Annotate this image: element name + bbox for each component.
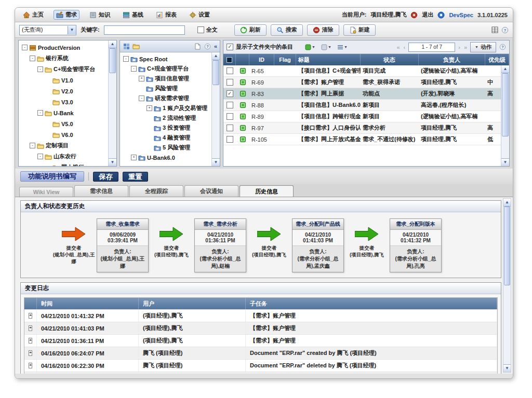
log-row[interactable]: +04/21/2010 01:36:11 PM(项目经理),腾飞【需求】账户管理: [24, 334, 497, 347]
tab-meeting[interactable]: 会议通知: [184, 185, 238, 197]
scrollbar-thumb[interactable]: [212, 60, 219, 85]
column-header[interactable]: Flag: [274, 54, 296, 65]
row-checkbox[interactable]: [227, 79, 233, 86]
menu-item-report[interactable]: 报表: [153, 10, 179, 20]
expand-row-icon[interactable]: +: [29, 363, 32, 368]
log-row[interactable]: +04/16/2010 06:22:30 PM腾飞 (项目经理)Document…: [24, 359, 497, 372]
tree-item[interactable]: +U-Bank6.0: [121, 153, 219, 162]
grid-scrollbar[interactable]: ▲ ▼: [501, 65, 509, 166]
tree-item[interactable]: -山东农行: [20, 151, 115, 162]
expand-row-icon[interactable]: +: [29, 313, 32, 319]
column-header[interactable]: 负责人: [419, 54, 485, 65]
grid-small-icon[interactable]: [491, 26, 498, 34]
scroll-down-icon[interactable]: ▼: [212, 158, 220, 166]
tree-item[interactable]: V2.0: [20, 86, 115, 97]
collapse-node-icon[interactable]: -: [123, 56, 129, 62]
tab-history[interactable]: 历史信息: [240, 185, 294, 197]
tree-item[interactable]: -银行系统: [20, 53, 115, 64]
log-row[interactable]: +04/21/2010 01:41:32 PM(项目经理),腾飞【需求】账户管理: [24, 309, 497, 322]
expand-row-icon[interactable]: +: [29, 350, 32, 356]
row-checkbox[interactable]: ✓: [227, 90, 233, 97]
log-row[interactable]: +04/21/2010 01:41:03 PM(项目经理),腾飞【需求】账户管理: [24, 322, 497, 334]
collapse-node-icon[interactable]: -: [30, 143, 35, 148]
table-row[interactable]: R-97【接口需求】人口身份认证管理系统需求分析项目经理,腾飞高: [223, 122, 509, 134]
prev-page-icon[interactable]: ‹: [403, 44, 406, 50]
menu-item-requirements[interactable]: 需求: [54, 10, 79, 20]
scrollbar-thumb[interactable]: [504, 207, 510, 285]
tree-item[interactable]: 5 风险管理: [121, 143, 219, 153]
spec-writing-button[interactable]: 功能说明书编写: [20, 171, 84, 182]
list-view-button[interactable]: ▼: [336, 43, 349, 51]
row-checkbox[interactable]: [227, 113, 233, 120]
tree-item[interactable]: -定制项目: [20, 140, 115, 151]
tree-item[interactable]: V5.0: [20, 118, 115, 129]
save-button[interactable]: 保存: [93, 172, 118, 182]
refresh-button[interactable]: 刷新: [234, 24, 267, 36]
filter-green-button[interactable]: ▼: [303, 43, 317, 51]
collapse-node-icon[interactable]: -: [37, 154, 43, 159]
expand-node-icon[interactable]: +: [147, 105, 152, 111]
tiles-icon[interactable]: [123, 43, 130, 50]
new-button[interactable]: 新建: [343, 24, 376, 36]
actions-button[interactable]: ▼动作: [470, 42, 496, 52]
row-checkbox[interactable]: [227, 67, 233, 74]
column-header[interactable]: ID: [249, 54, 274, 65]
collapse-panel-icon[interactable]: «: [214, 43, 217, 49]
table-row[interactable]: R-69【需求】账户管理需求_获得承诺项目经理,腾飞中: [223, 77, 509, 88]
log-column-header[interactable]: 用户: [139, 298, 246, 309]
chevron-down-icon[interactable]: ▼: [68, 26, 76, 34]
scroll-up-icon[interactable]: ▲: [501, 65, 509, 73]
scroll-down-icon[interactable]: ▼: [109, 158, 116, 166]
reset-button[interactable]: 重置: [123, 172, 148, 182]
tree-item[interactable]: -ProductVersion: [20, 42, 115, 53]
menu-item-knowledge[interactable]: 知识: [87, 10, 113, 20]
clear-button[interactable]: 清除: [307, 24, 339, 36]
scroll-down-icon[interactable]: ▼: [503, 364, 511, 372]
log-column-header[interactable]: 时间: [37, 298, 139, 309]
tree-item[interactable]: 3 投资管理: [121, 123, 219, 133]
log-row[interactable]: +04/16/2010 06:22:21 PM腾飞 (项目经理)Document…: [24, 372, 497, 374]
table-row[interactable]: R-105【需求】网上开放式基金需求_不通过(待修改)项目经理,腾飞低: [223, 134, 509, 145]
tree-item[interactable]: V6.0: [20, 129, 115, 140]
tree-item[interactable]: V3.0: [20, 97, 115, 107]
scroll-up-icon[interactable]: ▲: [212, 52, 220, 60]
left-panel-scrollbar[interactable]: ▲ ▼: [108, 40, 116, 166]
header-select-all[interactable]: [223, 54, 236, 65]
row-checkbox[interactable]: [227, 136, 233, 143]
export-icon[interactable]: [194, 43, 202, 50]
column-header[interactable]: 状态: [361, 54, 419, 65]
tree-item[interactable]: -C+现金管理平台: [121, 64, 219, 74]
tree-item[interactable]: -研发需求管理: [121, 93, 219, 103]
help-icon[interactable]: ?: [501, 26, 509, 34]
logout-icon[interactable]: [410, 11, 418, 19]
tree-item[interactable]: -U-Bank: [20, 107, 115, 118]
row-checkbox[interactable]: [227, 125, 233, 131]
collapse-node-icon[interactable]: -: [37, 110, 43, 116]
scroll-up-icon[interactable]: ▲: [503, 199, 511, 207]
keyword-input[interactable]: [104, 25, 185, 35]
tree-item[interactable]: +项目信息管理: [121, 74, 219, 84]
show-subfolders-checkbox[interactable]: ✓: [227, 44, 233, 50]
scroll-up-icon[interactable]: ▲: [109, 40, 116, 48]
column-header[interactable]: 标题: [296, 54, 361, 65]
expand-row-icon[interactable]: +: [29, 338, 32, 344]
tree-item[interactable]: 4 融资管理: [121, 133, 219, 143]
log-column-header[interactable]: 子任务: [246, 298, 497, 309]
search-button[interactable]: 搜索: [271, 24, 303, 36]
collapse-node-icon[interactable]: -: [22, 45, 28, 50]
log-row[interactable]: +04/16/2010 06:24:07 PM腾飞 (项目经理)Document…: [24, 347, 497, 359]
tree-item[interactable]: +1 账户及交易管理: [121, 103, 219, 113]
scrollbar-thumb[interactable]: [109, 48, 116, 73]
tree-item[interactable]: 2 流动性管理: [121, 113, 219, 123]
saved-query-select[interactable]: (无查询) ▼: [19, 25, 76, 35]
collapse-node-icon[interactable]: -: [131, 66, 137, 72]
menu-item-home[interactable]: 主页: [20, 10, 46, 20]
column-header[interactable]: 优先级: [485, 54, 509, 65]
tab-req-info[interactable]: 需求信息: [74, 185, 128, 197]
tree-item[interactable]: V1.0: [20, 75, 115, 86]
next-page-icon[interactable]: ›: [458, 44, 461, 50]
view-options-button[interactable]: ▼: [320, 43, 333, 51]
tree-item[interactable]: 风险管理: [121, 84, 219, 93]
table-row[interactable]: ✓R-83【需求】网上票据功能点(开发),郭晓琳高: [223, 88, 509, 100]
help-icon[interactable]: ?: [204, 43, 211, 50]
